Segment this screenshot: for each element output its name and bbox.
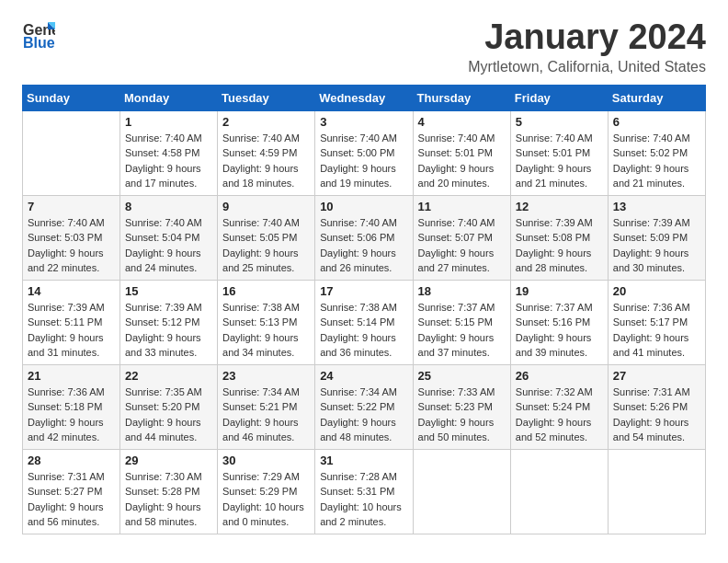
day-info: Sunrise: 7:32 AMSunset: 5:24 PMDaylight:… bbox=[516, 385, 603, 445]
day-number: 20 bbox=[613, 284, 700, 298]
week-row-1: 7Sunrise: 7:40 AMSunset: 5:03 PMDaylight… bbox=[23, 195, 706, 280]
day-number: 23 bbox=[222, 369, 310, 383]
header-friday: Friday bbox=[510, 85, 608, 110]
calendar-cell: 15Sunrise: 7:39 AMSunset: 5:12 PMDayligh… bbox=[120, 280, 218, 364]
calendar-cell bbox=[608, 449, 705, 534]
day-number: 31 bbox=[320, 454, 407, 467]
calendar-cell bbox=[413, 449, 510, 534]
logo: General Blue bbox=[22, 18, 55, 52]
header-saturday: Saturday bbox=[608, 85, 705, 110]
day-number: 4 bbox=[418, 115, 506, 129]
calendar-cell: 1Sunrise: 7:40 AMSunset: 4:58 PMDaylight… bbox=[120, 110, 218, 195]
day-info: Sunrise: 7:37 AMSunset: 5:16 PMDaylight:… bbox=[516, 300, 603, 361]
day-info: Sunrise: 7:33 AMSunset: 5:23 PMDaylight:… bbox=[418, 385, 506, 445]
day-number: 18 bbox=[418, 284, 506, 298]
day-info: Sunrise: 7:40 AMSunset: 5:02 PMDaylight:… bbox=[613, 131, 700, 191]
day-info: Sunrise: 7:40 AMSunset: 5:05 PMDaylight:… bbox=[222, 215, 310, 276]
day-info: Sunrise: 7:40 AMSunset: 5:06 PMDaylight:… bbox=[320, 215, 407, 276]
page-header: General Blue January 2024 Myrtletown, Ca… bbox=[22, 18, 706, 75]
day-number: 9 bbox=[222, 200, 310, 213]
day-number: 29 bbox=[125, 454, 212, 467]
day-info: Sunrise: 7:40 AMSunset: 5:01 PMDaylight:… bbox=[418, 131, 506, 191]
day-info: Sunrise: 7:40 AMSunset: 4:59 PMDaylight:… bbox=[222, 131, 310, 191]
week-row-0: 1Sunrise: 7:40 AMSunset: 4:58 PMDaylight… bbox=[23, 110, 706, 195]
day-number: 13 bbox=[613, 200, 700, 213]
day-info: Sunrise: 7:34 AMSunset: 5:21 PMDaylight:… bbox=[222, 385, 310, 445]
day-info: Sunrise: 7:35 AMSunset: 5:20 PMDaylight:… bbox=[125, 385, 212, 445]
title-area: January 2024 Myrtletown, California, Uni… bbox=[468, 18, 706, 75]
day-info: Sunrise: 7:39 AMSunset: 5:08 PMDaylight:… bbox=[516, 215, 603, 276]
calendar-cell: 25Sunrise: 7:33 AMSunset: 5:23 PMDayligh… bbox=[413, 364, 510, 449]
day-number: 2 bbox=[222, 115, 310, 129]
page-title: January 2024 bbox=[468, 18, 706, 57]
calendar-cell: 22Sunrise: 7:35 AMSunset: 5:20 PMDayligh… bbox=[120, 364, 218, 449]
day-info: Sunrise: 7:40 AMSunset: 5:04 PMDaylight:… bbox=[125, 215, 212, 276]
day-info: Sunrise: 7:31 AMSunset: 5:27 PMDaylight:… bbox=[28, 469, 115, 530]
header-sunday: Sunday bbox=[23, 85, 120, 110]
calendar-cell: 24Sunrise: 7:34 AMSunset: 5:22 PMDayligh… bbox=[315, 364, 413, 449]
calendar-cell: 6Sunrise: 7:40 AMSunset: 5:02 PMDaylight… bbox=[608, 110, 705, 195]
day-number: 22 bbox=[125, 369, 212, 383]
day-info: Sunrise: 7:39 AMSunset: 5:09 PMDaylight:… bbox=[613, 215, 700, 276]
calendar-cell: 28Sunrise: 7:31 AMSunset: 5:27 PMDayligh… bbox=[23, 449, 120, 534]
day-info: Sunrise: 7:40 AMSunset: 5:03 PMDaylight:… bbox=[28, 215, 115, 276]
day-number: 16 bbox=[222, 284, 310, 298]
calendar-cell: 23Sunrise: 7:34 AMSunset: 5:21 PMDayligh… bbox=[218, 364, 315, 449]
page-subtitle: Myrtletown, California, United States bbox=[468, 59, 706, 75]
day-number: 28 bbox=[28, 454, 115, 467]
calendar-cell: 27Sunrise: 7:31 AMSunset: 5:26 PMDayligh… bbox=[608, 364, 705, 449]
calendar-table: SundayMondayTuesdayWednesdayThursdayFrid… bbox=[22, 85, 706, 534]
header-monday: Monday bbox=[120, 85, 218, 110]
calendar-cell: 5Sunrise: 7:40 AMSunset: 5:01 PMDaylight… bbox=[510, 110, 608, 195]
day-number: 27 bbox=[613, 369, 700, 383]
day-number: 7 bbox=[28, 200, 115, 213]
calendar-cell: 14Sunrise: 7:39 AMSunset: 5:11 PMDayligh… bbox=[23, 280, 120, 364]
logo-icon: General Blue bbox=[22, 18, 55, 52]
header-tuesday: Tuesday bbox=[218, 85, 315, 110]
calendar-cell: 2Sunrise: 7:40 AMSunset: 4:59 PMDaylight… bbox=[218, 110, 315, 195]
day-info: Sunrise: 7:37 AMSunset: 5:15 PMDaylight:… bbox=[418, 300, 506, 361]
calendar-cell: 17Sunrise: 7:38 AMSunset: 5:14 PMDayligh… bbox=[315, 280, 413, 364]
header-wednesday: Wednesday bbox=[315, 85, 413, 110]
calendar-cell bbox=[23, 110, 120, 195]
day-info: Sunrise: 7:36 AMSunset: 5:18 PMDaylight:… bbox=[28, 385, 115, 445]
day-number: 21 bbox=[28, 369, 115, 383]
day-number: 10 bbox=[320, 200, 407, 213]
calendar-header-row: SundayMondayTuesdayWednesdayThursdayFrid… bbox=[23, 85, 706, 110]
day-number: 5 bbox=[516, 115, 603, 129]
day-number: 1 bbox=[125, 115, 212, 129]
day-info: Sunrise: 7:29 AMSunset: 5:29 PMDaylight:… bbox=[222, 469, 310, 530]
day-info: Sunrise: 7:40 AMSunset: 5:00 PMDaylight:… bbox=[320, 131, 407, 191]
day-number: 6 bbox=[613, 115, 700, 129]
calendar-cell: 7Sunrise: 7:40 AMSunset: 5:03 PMDaylight… bbox=[23, 195, 120, 280]
calendar-cell: 19Sunrise: 7:37 AMSunset: 5:16 PMDayligh… bbox=[510, 280, 608, 364]
day-number: 26 bbox=[516, 369, 603, 383]
day-number: 11 bbox=[418, 200, 506, 213]
week-row-2: 14Sunrise: 7:39 AMSunset: 5:11 PMDayligh… bbox=[23, 280, 706, 364]
day-info: Sunrise: 7:28 AMSunset: 5:31 PMDaylight:… bbox=[320, 469, 407, 530]
calendar-cell: 13Sunrise: 7:39 AMSunset: 5:09 PMDayligh… bbox=[608, 195, 705, 280]
day-info: Sunrise: 7:39 AMSunset: 5:11 PMDaylight:… bbox=[28, 300, 115, 361]
day-info: Sunrise: 7:30 AMSunset: 5:28 PMDaylight:… bbox=[125, 469, 212, 530]
day-info: Sunrise: 7:40 AMSunset: 5:01 PMDaylight:… bbox=[516, 131, 603, 191]
calendar-cell: 29Sunrise: 7:30 AMSunset: 5:28 PMDayligh… bbox=[120, 449, 218, 534]
day-number: 14 bbox=[28, 284, 115, 298]
day-info: Sunrise: 7:34 AMSunset: 5:22 PMDaylight:… bbox=[320, 385, 407, 445]
day-info: Sunrise: 7:38 AMSunset: 5:14 PMDaylight:… bbox=[320, 300, 407, 361]
calendar-cell: 16Sunrise: 7:38 AMSunset: 5:13 PMDayligh… bbox=[218, 280, 315, 364]
calendar-cell: 30Sunrise: 7:29 AMSunset: 5:29 PMDayligh… bbox=[218, 449, 315, 534]
day-info: Sunrise: 7:40 AMSunset: 5:07 PMDaylight:… bbox=[418, 215, 506, 276]
calendar-cell: 8Sunrise: 7:40 AMSunset: 5:04 PMDaylight… bbox=[120, 195, 218, 280]
header-thursday: Thursday bbox=[413, 85, 510, 110]
calendar-cell: 12Sunrise: 7:39 AMSunset: 5:08 PMDayligh… bbox=[510, 195, 608, 280]
week-row-4: 28Sunrise: 7:31 AMSunset: 5:27 PMDayligh… bbox=[23, 449, 706, 534]
day-info: Sunrise: 7:40 AMSunset: 4:58 PMDaylight:… bbox=[125, 131, 212, 191]
calendar-cell: 3Sunrise: 7:40 AMSunset: 5:00 PMDaylight… bbox=[315, 110, 413, 195]
day-number: 8 bbox=[125, 200, 212, 213]
week-row-3: 21Sunrise: 7:36 AMSunset: 5:18 PMDayligh… bbox=[23, 364, 706, 449]
day-number: 15 bbox=[125, 284, 212, 298]
calendar-cell bbox=[510, 449, 608, 534]
calendar-cell: 11Sunrise: 7:40 AMSunset: 5:07 PMDayligh… bbox=[413, 195, 510, 280]
day-number: 30 bbox=[222, 454, 310, 467]
calendar-cell: 18Sunrise: 7:37 AMSunset: 5:15 PMDayligh… bbox=[413, 280, 510, 364]
